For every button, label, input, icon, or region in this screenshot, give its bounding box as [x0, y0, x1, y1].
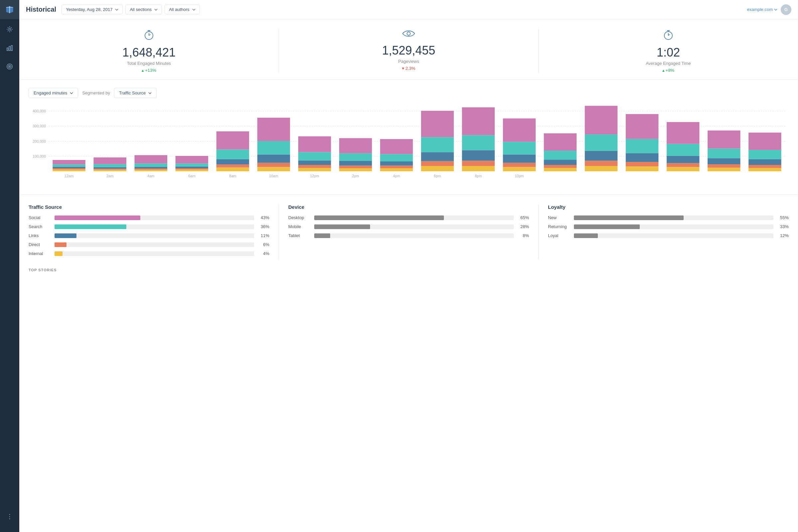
- author-filter-dropdown[interactable]: All authors: [165, 5, 200, 14]
- svg-rect-120: [748, 159, 781, 165]
- chart-controls: Engaged minutes Segmented by Traffic Sou…: [28, 88, 789, 98]
- svg-rect-29: [93, 167, 126, 169]
- svg-rect-35: [135, 167, 167, 168]
- section-filter-dropdown[interactable]: All sections: [125, 5, 162, 14]
- bar-pct: 4%: [258, 251, 269, 256]
- bar-fill: [314, 233, 330, 238]
- sidebar-logo[interactable]: [0, 0, 19, 19]
- traffic-source-title: Traffic Source: [28, 204, 269, 210]
- svg-rect-59: [298, 160, 331, 165]
- bar-fill: [55, 215, 140, 220]
- svg-rect-79: [421, 111, 454, 137]
- svg-rect-117: [707, 130, 740, 148]
- svg-rect-24: [53, 165, 85, 167]
- stat-avg-engaged: 1:02 Average Engaged Time ▴+8%: [539, 28, 798, 73]
- svg-rect-51: [258, 167, 290, 171]
- sidebar-item-more[interactable]: [0, 508, 19, 525]
- bar-row: Links11%: [28, 233, 269, 238]
- avg-engaged-change: ▴+8%: [662, 68, 674, 73]
- bar-row: Mobile28%: [288, 224, 529, 229]
- stopwatch-icon: [143, 28, 155, 43]
- metric-dropdown[interactable]: Engaged minutes: [28, 88, 78, 98]
- svg-text:6pm: 6pm: [434, 174, 441, 178]
- svg-rect-48: [216, 149, 249, 159]
- svg-rect-1: [7, 48, 8, 51]
- bar-pct: 12%: [777, 233, 789, 238]
- page-title: Historical: [26, 6, 56, 13]
- svg-text:400,000: 400,000: [33, 109, 46, 113]
- loyalty-bars: New55%Returning33%Loyal12%: [548, 215, 789, 238]
- svg-point-6: [9, 66, 10, 67]
- top-stories-section: TOP STORIES: [19, 260, 798, 280]
- svg-rect-93: [544, 168, 576, 171]
- bar-fill: [55, 242, 66, 247]
- svg-rect-37: [135, 155, 167, 164]
- bar-row-label: Search: [28, 224, 51, 229]
- svg-rect-121: [748, 150, 781, 159]
- svg-rect-113: [707, 168, 740, 171]
- avatar[interactable]: G: [781, 4, 791, 15]
- svg-point-7: [9, 514, 10, 515]
- svg-rect-58: [298, 165, 331, 168]
- bar-fill: [574, 233, 598, 238]
- bar-row-label: Links: [28, 233, 51, 238]
- chart-section: Engaged minutes Segmented by Traffic Sou…: [19, 80, 798, 195]
- date-filter-dropdown[interactable]: Yesterday, Aug 28, 2017: [61, 5, 123, 14]
- sidebar-item-chart[interactable]: [0, 39, 19, 57]
- top-stories-title: TOP STORIES: [28, 268, 789, 272]
- svg-rect-106: [626, 139, 658, 153]
- svg-rect-102: [585, 106, 618, 134]
- bar-track: [574, 225, 773, 229]
- svg-rect-116: [707, 149, 740, 158]
- svg-rect-104: [626, 162, 658, 167]
- svg-point-11: [407, 32, 410, 35]
- bar-row: New55%: [548, 215, 789, 220]
- bar-chart: 400,000300,000200,000100,00012am2am4am6a…: [28, 105, 789, 191]
- svg-rect-84: [462, 135, 494, 150]
- svg-rect-81: [462, 166, 494, 171]
- device-panel: Device Desktop65%Mobile28%Tablet8%: [288, 204, 539, 260]
- svg-rect-25: [53, 160, 85, 165]
- svg-rect-63: [339, 168, 372, 171]
- bar-fill: [55, 225, 126, 229]
- sidebar-item-target[interactable]: [0, 58, 19, 75]
- sidebar-item-realtime[interactable]: [0, 21, 19, 38]
- bar-row-label: Tablet: [288, 233, 311, 238]
- bar-row: Tablet8%: [288, 233, 529, 238]
- bar-pct: 43%: [258, 215, 269, 220]
- svg-rect-122: [748, 133, 781, 150]
- svg-rect-75: [421, 166, 454, 171]
- svg-rect-61: [298, 136, 331, 152]
- bar-fill: [314, 225, 370, 229]
- svg-rect-49: [216, 131, 249, 149]
- svg-rect-27: [93, 170, 126, 171]
- bar-track: [55, 215, 254, 220]
- pageviews-value: 1,529,455: [382, 43, 435, 58]
- svg-rect-65: [339, 160, 372, 165]
- stats-row: 1,648,421 Total Engaged Minutes ▴+13% 1,…: [19, 19, 798, 80]
- engaged-minutes-label: Total Engaged Minutes: [127, 61, 171, 66]
- svg-rect-97: [544, 133, 576, 151]
- bar-pct: 55%: [777, 215, 789, 220]
- svg-rect-55: [258, 118, 290, 141]
- svg-rect-99: [585, 160, 618, 166]
- pageviews-change: ▾ 2.3%: [402, 66, 415, 71]
- sidebar: [0, 0, 19, 532]
- svg-rect-39: [175, 170, 208, 171]
- svg-rect-83: [462, 150, 494, 161]
- svg-text:100,000: 100,000: [33, 154, 46, 158]
- segmented-by-label: Segmented by: [82, 91, 110, 95]
- segment-dropdown[interactable]: Traffic Source: [114, 88, 157, 98]
- bar-row-label: Social: [28, 215, 51, 220]
- svg-rect-46: [216, 165, 249, 168]
- avg-engaged-value: 1:02: [657, 45, 680, 59]
- bar-row: Returning33%: [548, 224, 789, 229]
- svg-text:4am: 4am: [147, 174, 154, 178]
- svg-text:10am: 10am: [269, 174, 278, 178]
- domain-selector[interactable]: example.com: [747, 7, 777, 12]
- bar-track: [574, 233, 773, 238]
- bar-pct: 65%: [517, 215, 529, 220]
- svg-rect-115: [707, 158, 740, 164]
- bar-track: [574, 215, 773, 220]
- svg-rect-57: [298, 168, 331, 171]
